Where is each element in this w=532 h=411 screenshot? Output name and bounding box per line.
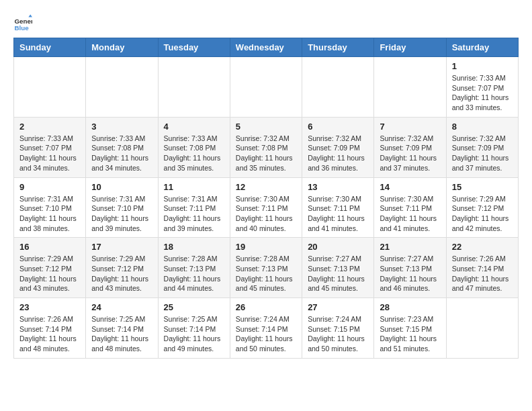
calendar-cell: 15Sunrise: 7:29 AM Sunset: 7:12 PM Dayli… bbox=[446, 177, 518, 238]
calendar-week: 2Sunrise: 7:33 AM Sunset: 7:07 PM Daylig… bbox=[14, 117, 519, 177]
calendar-cell: 23Sunrise: 7:26 AM Sunset: 7:14 PM Dayli… bbox=[14, 298, 86, 359]
day-number: 15 bbox=[452, 182, 513, 192]
day-number: 22 bbox=[452, 242, 513, 252]
calendar-cell: 17Sunrise: 7:29 AM Sunset: 7:12 PM Dayli… bbox=[86, 238, 158, 298]
calendar-cell: 7Sunrise: 7:32 AM Sunset: 7:09 PM Daylig… bbox=[374, 117, 446, 177]
day-info: Sunrise: 7:25 AM Sunset: 7:14 PM Dayligh… bbox=[164, 314, 224, 354]
day-number: 10 bbox=[91, 182, 152, 192]
calendar-week: 1Sunrise: 7:33 AM Sunset: 7:07 PM Daylig… bbox=[14, 57, 519, 118]
day-info: Sunrise: 7:33 AM Sunset: 7:07 PM Dayligh… bbox=[19, 134, 80, 173]
header-day: Sunday bbox=[14, 38, 86, 57]
calendar-cell: 16Sunrise: 7:29 AM Sunset: 7:12 PM Dayli… bbox=[14, 238, 86, 298]
calendar-cell bbox=[374, 57, 446, 118]
day-number: 9 bbox=[19, 182, 80, 192]
header-day: Wednesday bbox=[230, 38, 302, 57]
calendar-cell: 3Sunrise: 7:33 AM Sunset: 7:08 PM Daylig… bbox=[86, 117, 158, 177]
day-info: Sunrise: 7:32 AM Sunset: 7:09 PM Dayligh… bbox=[452, 134, 513, 173]
day-number: 1 bbox=[452, 61, 513, 71]
calendar-header: SundayMondayTuesdayWednesdayThursdayFrid… bbox=[14, 38, 519, 57]
day-info: Sunrise: 7:27 AM Sunset: 7:13 PM Dayligh… bbox=[380, 254, 440, 293]
header-day: Monday bbox=[86, 38, 158, 57]
day-info: Sunrise: 7:32 AM Sunset: 7:09 PM Dayligh… bbox=[380, 134, 440, 173]
calendar-cell: 9Sunrise: 7:31 AM Sunset: 7:10 PM Daylig… bbox=[14, 177, 86, 238]
day-number: 2 bbox=[19, 122, 80, 132]
calendar-cell: 8Sunrise: 7:32 AM Sunset: 7:09 PM Daylig… bbox=[446, 117, 518, 177]
calendar-cell bbox=[14, 57, 86, 118]
day-number: 16 bbox=[19, 242, 80, 252]
calendar-cell: 20Sunrise: 7:27 AM Sunset: 7:13 PM Dayli… bbox=[302, 238, 374, 298]
day-number: 6 bbox=[308, 122, 368, 132]
day-info: Sunrise: 7:33 AM Sunset: 7:07 PM Dayligh… bbox=[452, 73, 513, 113]
calendar-cell: 27Sunrise: 7:24 AM Sunset: 7:15 PM Dayli… bbox=[302, 298, 374, 359]
day-number: 19 bbox=[236, 242, 296, 252]
logo-icon: General Blue bbox=[13, 13, 32, 32]
calendar-cell: 2Sunrise: 7:33 AM Sunset: 7:07 PM Daylig… bbox=[14, 117, 86, 177]
day-info: Sunrise: 7:32 AM Sunset: 7:09 PM Dayligh… bbox=[308, 134, 368, 173]
day-info: Sunrise: 7:33 AM Sunset: 7:08 PM Dayligh… bbox=[164, 134, 224, 173]
day-number: 20 bbox=[308, 242, 368, 252]
day-info: Sunrise: 7:31 AM Sunset: 7:11 PM Dayligh… bbox=[164, 194, 224, 234]
day-number: 14 bbox=[380, 182, 440, 192]
calendar-cell: 25Sunrise: 7:25 AM Sunset: 7:14 PM Dayli… bbox=[158, 298, 230, 359]
calendar-cell: 18Sunrise: 7:28 AM Sunset: 7:13 PM Dayli… bbox=[158, 238, 230, 298]
day-info: Sunrise: 7:30 AM Sunset: 7:11 PM Dayligh… bbox=[236, 194, 296, 234]
calendar-cell: 10Sunrise: 7:31 AM Sunset: 7:10 PM Dayli… bbox=[86, 177, 158, 238]
day-number: 18 bbox=[164, 242, 224, 252]
day-number: 7 bbox=[380, 122, 440, 132]
day-number: 24 bbox=[91, 302, 152, 312]
day-info: Sunrise: 7:32 AM Sunset: 7:08 PM Dayligh… bbox=[236, 134, 296, 173]
calendar-cell bbox=[302, 57, 374, 118]
header-day: Friday bbox=[374, 38, 446, 57]
calendar-cell: 13Sunrise: 7:30 AM Sunset: 7:11 PM Dayli… bbox=[302, 177, 374, 238]
day-info: Sunrise: 7:31 AM Sunset: 7:10 PM Dayligh… bbox=[19, 194, 80, 234]
calendar-week: 16Sunrise: 7:29 AM Sunset: 7:12 PM Dayli… bbox=[14, 238, 519, 298]
calendar-cell: 26Sunrise: 7:24 AM Sunset: 7:14 PM Dayli… bbox=[230, 298, 302, 359]
day-info: Sunrise: 7:29 AM Sunset: 7:12 PM Dayligh… bbox=[91, 254, 152, 293]
svg-marker-2 bbox=[28, 14, 32, 17]
calendar-cell: 21Sunrise: 7:27 AM Sunset: 7:13 PM Dayli… bbox=[374, 238, 446, 298]
day-number: 25 bbox=[164, 302, 224, 312]
header-day: Tuesday bbox=[158, 38, 230, 57]
header-day: Thursday bbox=[302, 38, 374, 57]
day-info: Sunrise: 7:29 AM Sunset: 7:12 PM Dayligh… bbox=[19, 254, 80, 293]
day-info: Sunrise: 7:27 AM Sunset: 7:13 PM Dayligh… bbox=[308, 254, 368, 293]
calendar-body: 1Sunrise: 7:33 AM Sunset: 7:07 PM Daylig… bbox=[14, 57, 519, 359]
day-info: Sunrise: 7:26 AM Sunset: 7:14 PM Dayligh… bbox=[452, 254, 513, 293]
calendar-cell bbox=[86, 57, 158, 118]
calendar-cell: 5Sunrise: 7:32 AM Sunset: 7:08 PM Daylig… bbox=[230, 117, 302, 177]
day-number: 21 bbox=[380, 242, 440, 252]
calendar-cell: 4Sunrise: 7:33 AM Sunset: 7:08 PM Daylig… bbox=[158, 117, 230, 177]
calendar-cell: 6Sunrise: 7:32 AM Sunset: 7:09 PM Daylig… bbox=[302, 117, 374, 177]
day-info: Sunrise: 7:24 AM Sunset: 7:14 PM Dayligh… bbox=[236, 314, 296, 354]
day-number: 17 bbox=[91, 242, 152, 252]
day-info: Sunrise: 7:23 AM Sunset: 7:15 PM Dayligh… bbox=[380, 314, 440, 354]
day-info: Sunrise: 7:24 AM Sunset: 7:15 PM Dayligh… bbox=[308, 314, 368, 354]
calendar-cell: 24Sunrise: 7:25 AM Sunset: 7:14 PM Dayli… bbox=[86, 298, 158, 359]
header-day: Saturday bbox=[446, 38, 518, 57]
calendar-cell: 28Sunrise: 7:23 AM Sunset: 7:15 PM Dayli… bbox=[374, 298, 446, 359]
day-number: 3 bbox=[91, 122, 152, 132]
day-info: Sunrise: 7:30 AM Sunset: 7:11 PM Dayligh… bbox=[380, 194, 440, 234]
calendar-cell: 11Sunrise: 7:31 AM Sunset: 7:11 PM Dayli… bbox=[158, 177, 230, 238]
day-info: Sunrise: 7:28 AM Sunset: 7:13 PM Dayligh… bbox=[164, 254, 224, 293]
calendar-cell: 22Sunrise: 7:26 AM Sunset: 7:14 PM Dayli… bbox=[446, 238, 518, 298]
day-number: 13 bbox=[308, 182, 368, 192]
day-info: Sunrise: 7:33 AM Sunset: 7:08 PM Dayligh… bbox=[91, 134, 152, 173]
day-number: 5 bbox=[236, 122, 296, 132]
calendar-cell: 1Sunrise: 7:33 AM Sunset: 7:07 PM Daylig… bbox=[446, 57, 518, 118]
calendar-cell: 14Sunrise: 7:30 AM Sunset: 7:11 PM Dayli… bbox=[374, 177, 446, 238]
calendar-week: 23Sunrise: 7:26 AM Sunset: 7:14 PM Dayli… bbox=[14, 298, 519, 359]
day-info: Sunrise: 7:26 AM Sunset: 7:14 PM Dayligh… bbox=[19, 314, 80, 354]
calendar-cell: 12Sunrise: 7:30 AM Sunset: 7:11 PM Dayli… bbox=[230, 177, 302, 238]
day-info: Sunrise: 7:30 AM Sunset: 7:11 PM Dayligh… bbox=[308, 194, 368, 234]
day-info: Sunrise: 7:31 AM Sunset: 7:10 PM Dayligh… bbox=[91, 194, 152, 234]
day-number: 23 bbox=[19, 302, 80, 312]
calendar: SundayMondayTuesdayWednesdayThursdayFrid… bbox=[13, 38, 519, 359]
calendar-cell bbox=[446, 298, 518, 359]
logo: General Blue bbox=[13, 13, 35, 32]
day-info: Sunrise: 7:29 AM Sunset: 7:12 PM Dayligh… bbox=[452, 194, 513, 234]
calendar-cell bbox=[158, 57, 230, 118]
day-number: 4 bbox=[164, 122, 224, 132]
day-number: 27 bbox=[308, 302, 368, 312]
header-row: SundayMondayTuesdayWednesdayThursdayFrid… bbox=[14, 38, 519, 57]
